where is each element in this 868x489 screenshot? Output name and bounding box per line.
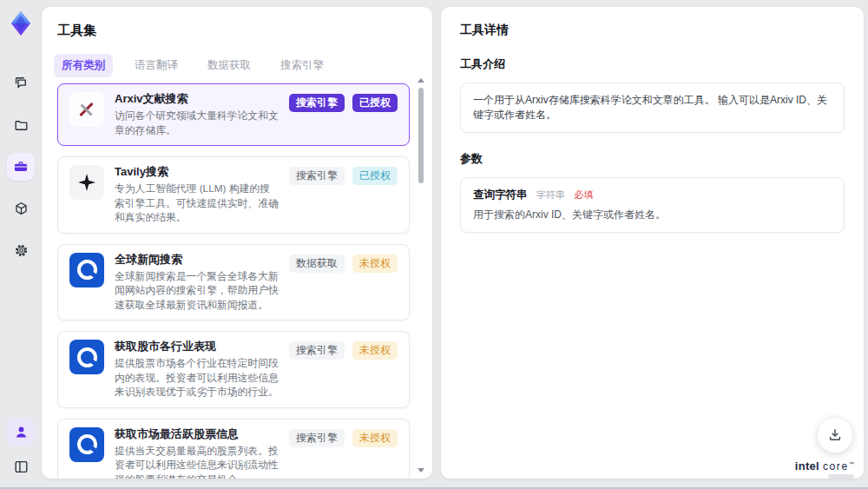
sidebar-item-panel-toggle[interactable] bbox=[7, 453, 35, 480]
tool-card[interactable]: Tavily搜索 专为人工智能代理 (LLM) 构建的搜索引擎工具。可快速提供实… bbox=[57, 156, 410, 234]
intel-core-logo-subtext bbox=[828, 474, 854, 479]
intel-core-logo-text: intel core™ bbox=[795, 459, 854, 472]
tool-description: 访问各个研究领域大量科学论文和文章的存储库。 bbox=[115, 109, 279, 137]
tool-description: 提供股票市场各个行业在特定时间段内的表现。投资者可以利用这些信息来识别表现优于或… bbox=[115, 356, 279, 400]
tool-title: Arxiv文献搜索 bbox=[115, 92, 279, 106]
app-logo[interactable] bbox=[6, 9, 36, 38]
category-tab[interactable]: 数据获取 bbox=[200, 54, 259, 77]
page-title: 工具集 bbox=[57, 23, 432, 39]
tool-status-badge: 已授权 bbox=[352, 167, 398, 185]
sidebar-item-models[interactable] bbox=[7, 195, 35, 222]
tool-category-badge: 搜索引擎 bbox=[289, 167, 345, 185]
tool-card[interactable]: 获取股市各行业表现 提供股票市场各个行业在特定时间段内的表现。投资者可以利用这些… bbox=[57, 331, 410, 408]
tool-status-badge: 已授权 bbox=[352, 94, 398, 112]
layout-icon bbox=[13, 459, 30, 475]
param-header: 查询字符串 字符串 必填 bbox=[473, 188, 832, 202]
category-tab[interactable]: 语言翻译 bbox=[127, 54, 186, 77]
intel-core-logo: intel core™ bbox=[795, 459, 854, 479]
intro-heading: 工具介绍 bbox=[460, 56, 845, 72]
tool-description: 全球新闻搜索是一个聚合全球各大新闻网站内容的搜索引擎，帮助用户快速获取全球最新资… bbox=[115, 269, 279, 313]
sidebar-item-files[interactable] bbox=[7, 111, 35, 139]
tool-title: Tavily搜索 bbox=[115, 165, 279, 179]
chat-icon bbox=[13, 76, 30, 92]
sidebar-item-tools[interactable] bbox=[7, 153, 35, 181]
tool-icon bbox=[69, 340, 104, 374]
briefcase-icon bbox=[12, 158, 30, 175]
tool-title: 获取市场最活跃股票信息 bbox=[115, 427, 279, 441]
sidebar-item-chat[interactable] bbox=[7, 69, 35, 97]
user-icon bbox=[13, 424, 30, 440]
scrollbar-up-arrow[interactable] bbox=[418, 78, 424, 83]
folder-icon bbox=[13, 117, 30, 134]
download-button[interactable] bbox=[817, 417, 853, 453]
tool-category-badge: 搜索引擎 bbox=[289, 429, 345, 447]
param-box: 查询字符串 字符串 必填 用于搜索的Arxiv ID、关键字或作者姓名。 bbox=[460, 177, 845, 233]
tool-category-badge: 数据获取 bbox=[289, 254, 345, 273]
scrollbar-thumb[interactable] bbox=[418, 88, 424, 183]
tool-category-badge: 搜索引擎 bbox=[289, 94, 345, 112]
tool-description: 提供当天交易量最高的股票列表。投资者可以利用这些信息来识别流动性强的股票和潜在的… bbox=[115, 444, 279, 479]
tool-list-panel: 工具集 所有类别语言翻译数据获取搜索引擎 Arxiv文献搜索 访问各个研究领域大… bbox=[42, 7, 432, 479]
tool-icon bbox=[69, 253, 104, 287]
tool-title: 全球新闻搜索 bbox=[115, 253, 279, 267]
params-heading: 参数 bbox=[460, 151, 845, 167]
tool-card[interactable]: 全球新闻搜索 全球新闻搜索是一个聚合全球各大新闻网站内容的搜索引擎，帮助用户快速… bbox=[57, 244, 410, 321]
param-required-badge: 必填 bbox=[574, 189, 593, 200]
sidebar-item-profile[interactable] bbox=[7, 418, 35, 446]
gear-icon bbox=[13, 242, 30, 259]
tool-icon bbox=[69, 165, 104, 200]
diamond-logo-icon bbox=[8, 10, 34, 37]
tool-title: 获取股市各行业表现 bbox=[115, 340, 279, 354]
detail-title: 工具详情 bbox=[460, 23, 845, 38]
param-type: 字符串 bbox=[536, 189, 565, 200]
category-tab[interactable]: 所有类别 bbox=[54, 54, 113, 77]
category-tabs: 所有类别语言翻译数据获取搜索引擎 bbox=[54, 54, 420, 77]
category-tab[interactable]: 搜索引擎 bbox=[273, 54, 332, 77]
tool-card-list: Arxiv文献搜索 访问各个研究领域大量科学论文和文章的存储库。 搜索引擎 已授… bbox=[57, 83, 410, 479]
tool-status-badge: 未授权 bbox=[352, 254, 398, 273]
tool-icon bbox=[69, 92, 104, 127]
tool-card[interactable]: 获取市场最活跃股票信息 提供当天交易量最高的股票列表。投资者可以利用这些信息来识… bbox=[57, 419, 410, 479]
param-description: 用于搜索的Arxiv ID、关键字或作者姓名。 bbox=[473, 208, 832, 222]
download-icon bbox=[826, 426, 844, 444]
tool-status-badge: 未授权 bbox=[352, 429, 398, 447]
tool-description: 专为人工智能代理 (LLM) 构建的搜索引擎工具。可快速提供实时、准确和真实的结… bbox=[115, 182, 279, 225]
tool-card[interactable]: Arxiv文献搜索 访问各个研究领域大量科学论文和文章的存储库。 搜索引擎 已授… bbox=[57, 83, 410, 146]
param-name: 查询字符串 bbox=[473, 188, 528, 201]
tool-category-badge: 搜索引擎 bbox=[289, 341, 345, 360]
icon-rail bbox=[0, 0, 42, 489]
tool-status-badge: 未授权 bbox=[352, 341, 398, 360]
tool-detail-panel: 工具详情 工具介绍 一个用于从Arxiv存储库搜索科学论文和文章的工具。 输入可… bbox=[441, 7, 864, 479]
tool-icon bbox=[69, 427, 104, 462]
scrollbar-down-arrow[interactable] bbox=[418, 468, 424, 472]
sidebar-item-settings[interactable] bbox=[7, 236, 35, 264]
intro-box: 一个用于从Arxiv存储库搜索科学论文和文章的工具。 输入可以是Arxiv ID… bbox=[460, 83, 845, 133]
cube-icon bbox=[13, 201, 30, 217]
